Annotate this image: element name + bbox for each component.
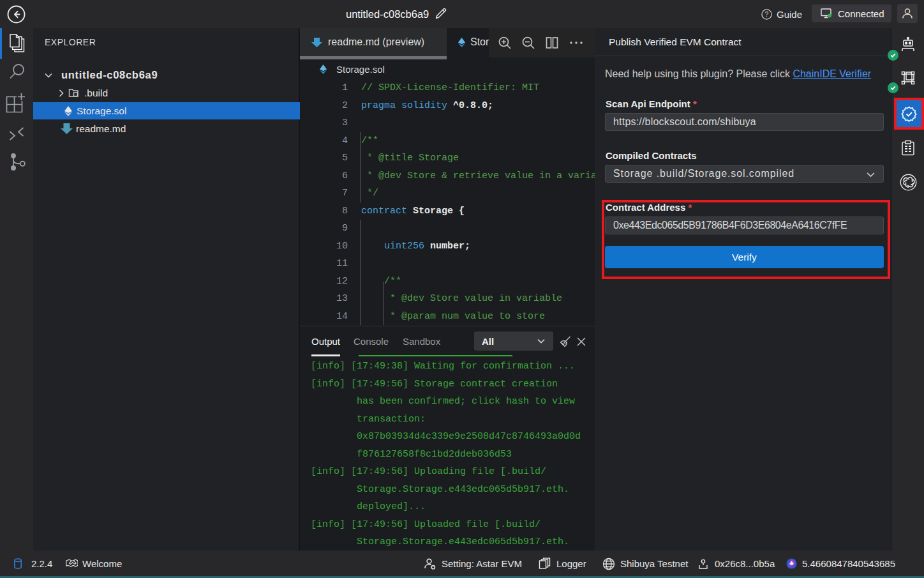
svg-text:?: ?	[765, 10, 769, 18]
